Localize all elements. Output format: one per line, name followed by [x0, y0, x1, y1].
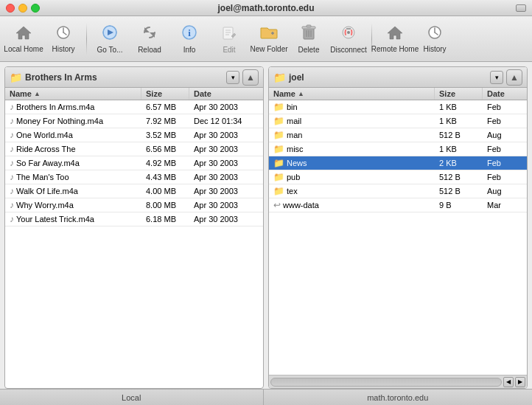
remote-panel: 📁 joel ▾ ▲ Name ▲ Size Date 📁 bi	[268, 66, 528, 389]
go-to-button[interactable]: Go To...	[91, 19, 129, 59]
folder-icon: 📁	[273, 186, 284, 196]
remote-folder-popup[interactable]: ▾	[490, 71, 503, 84]
file-date-cell: Apr 30 2003	[189, 184, 263, 198]
folder-icon: 📁	[273, 102, 284, 112]
new-folder-button[interactable]: New Folder	[250, 19, 288, 59]
folder-name-cell: 📁 News	[269, 156, 435, 170]
file-name: So Far Away.m4a	[16, 159, 80, 167]
local-home-label: Local Home	[4, 45, 43, 53]
new-folder-icon	[260, 25, 278, 43]
table-row[interactable]: ♪ Money For Nothing.m4a 7.92 MB Dec 12 0…	[5, 114, 263, 128]
table-row[interactable]: ♪ Why Worry.m4a 8.00 MB Apr 30 2003	[5, 198, 263, 212]
local-folder-name: Brothers In Arms	[25, 72, 223, 83]
music-file-icon: ♪	[10, 130, 14, 140]
remote-home-button[interactable]: Remote Home	[376, 19, 414, 59]
table-row[interactable]: 📁 bin 1 KB Feb	[269, 100, 527, 114]
reload-label: Reload	[138, 46, 161, 54]
file-size-cell: 4.00 MB	[141, 184, 189, 198]
folder-name-cell: 📁 bin	[269, 100, 435, 114]
remote-home-icon	[387, 25, 403, 43]
file-name-cell: ♪ Money For Nothing.m4a	[5, 114, 141, 128]
table-row[interactable]: ♪ Walk Of Life.m4a 4.00 MB Apr 30 2003	[5, 184, 263, 198]
file-name-cell: ♪ Brothers In Arms.m4a	[5, 100, 141, 114]
history-left-button[interactable]: History	[44, 19, 83, 59]
folder-size-cell: 1 KB	[435, 142, 483, 156]
folder-size-cell: 512 B	[435, 128, 483, 142]
file-size-cell: 8.00 MB	[141, 198, 189, 212]
file-date-cell: Apr 30 2003	[189, 156, 263, 170]
remote-panel-header: 📁 joel ▾ ▲	[269, 67, 527, 88]
table-row[interactable]: 📁 misc 1 KB Feb	[269, 142, 527, 156]
remote-scroll-left[interactable]: ◀	[503, 377, 514, 387]
folder-name: misc	[287, 145, 304, 153]
table-row[interactable]: 📁 man 512 B Aug	[269, 128, 527, 142]
table-row[interactable]: 📁 News 2 KB Feb	[269, 156, 527, 170]
local-col-name[interactable]: Name ▲	[5, 88, 141, 100]
table-row[interactable]: ♪ So Far Away.m4a 4.92 MB Apr 30 2003	[5, 156, 263, 170]
remote-status-area: math.toronto.edu	[264, 390, 533, 405]
folder-name: pub	[287, 173, 300, 181]
file-size-cell: 7.92 MB	[141, 114, 189, 128]
table-row[interactable]: ♪ Ride Across The 6.56 MB Apr 30 2003	[5, 142, 263, 156]
toolbar: Local Home History Go To...	[0, 16, 532, 62]
file-name: Brothers In Arms.m4a	[16, 103, 94, 111]
folder-icon: 📁	[273, 172, 284, 182]
remote-col-size[interactable]: Size	[435, 88, 483, 100]
folder-name-cell: 📁 man	[269, 128, 435, 142]
remote-col-date[interactable]: Date	[483, 88, 527, 100]
folder-name: www-data	[283, 201, 319, 210]
file-name: Walk Of Life.m4a	[16, 187, 78, 195]
folder-size-cell: 1 KB	[435, 100, 483, 114]
remote-col-name[interactable]: Name ▲	[269, 88, 435, 100]
info-icon: i	[181, 24, 197, 44]
info-button[interactable]: i Info	[170, 19, 209, 59]
music-file-icon: ♪	[10, 214, 14, 224]
remote-scroll-right[interactable]: ▶	[515, 377, 525, 387]
local-up-button[interactable]: ▲	[242, 69, 259, 86]
file-date-cell: Apr 30 2003	[189, 198, 263, 212]
folder-icon: 📁	[273, 130, 284, 140]
table-row[interactable]: ♪ The Man's Too 4.43 MB Apr 30 2003	[5, 170, 263, 184]
local-col-date[interactable]: Date	[189, 88, 263, 100]
music-file-icon: ♪	[10, 144, 14, 154]
minimize-button[interactable]	[18, 4, 27, 13]
disconnect-button[interactable]: Disconnect	[329, 19, 368, 59]
reload-button[interactable]: Reload	[130, 19, 169, 59]
status-bar: Local math.toronto.edu	[0, 389, 532, 405]
expand-button[interactable]	[516, 4, 526, 12]
table-row[interactable]: ↩ www-data 9 B Mar	[269, 198, 527, 212]
local-home-button[interactable]: Local Home	[4, 19, 43, 59]
delete-button[interactable]: Delete	[290, 19, 328, 59]
remote-folder-name: joel	[289, 72, 487, 83]
remote-folder-icon: 📁	[273, 72, 286, 83]
music-file-icon: ♪	[10, 158, 14, 168]
table-row[interactable]: 📁 pub 512 B Feb	[269, 170, 527, 184]
remote-scrollbar-track[interactable]	[270, 378, 502, 387]
table-row[interactable]: ♪ Your Latest Trick.m4a 6.18 MB Apr 30 2…	[5, 212, 263, 226]
table-row[interactable]: 📁 mail 1 KB Feb	[269, 114, 527, 128]
disconnect-icon	[340, 24, 357, 44]
close-button[interactable]	[6, 4, 15, 13]
folder-date-cell: Feb	[483, 100, 527, 114]
disconnect-label: Disconnect	[330, 46, 366, 54]
folder-name-cell: ↩ www-data	[269, 198, 435, 212]
folder-name-cell: 📁 pub	[269, 170, 435, 184]
local-col-size[interactable]: Size	[141, 88, 189, 100]
file-size-cell: 6.57 MB	[141, 100, 189, 114]
history-left-label: History	[52, 45, 74, 53]
symlink-icon: ↩	[273, 200, 281, 210]
go-to-label: Go To...	[97, 46, 123, 54]
file-name: The Man's Too	[16, 173, 69, 181]
table-row[interactable]: 📁 tex 512 B Aug	[269, 184, 527, 198]
table-row[interactable]: ♪ Brothers In Arms.m4a 6.57 MB Apr 30 20…	[5, 100, 263, 114]
local-folder-popup[interactable]: ▾	[226, 71, 239, 84]
separator-1	[86, 23, 87, 55]
file-size-cell: 3.52 MB	[141, 128, 189, 142]
history-right-button[interactable]: History	[416, 19, 454, 59]
edit-button[interactable]: Edit	[210, 19, 248, 59]
remote-up-button[interactable]: ▲	[506, 69, 522, 86]
maximize-button[interactable]	[31, 4, 40, 13]
table-row[interactable]: ♪ One World.m4a 3.52 MB Apr 30 2003	[5, 128, 263, 142]
svg-marker-26	[388, 27, 402, 39]
remote-home-label: Remote Home	[371, 45, 419, 53]
